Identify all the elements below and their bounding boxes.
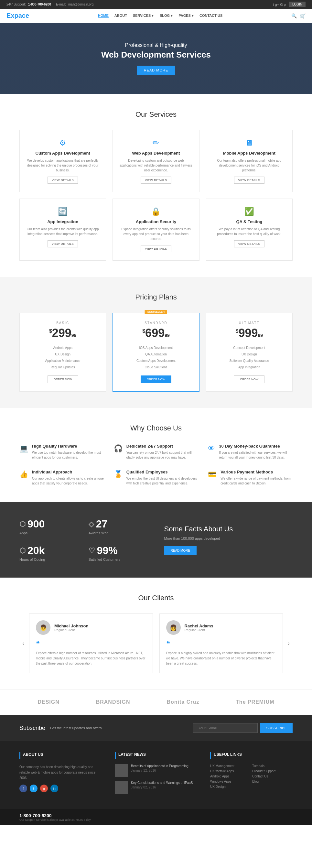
login-button[interactable]: LOGIN — [289, 2, 306, 7]
search-icon[interactable]: 🔍 — [291, 13, 297, 19]
why-grid: 💻 High Quality Hardware We use top-notch… — [20, 444, 292, 486]
service-icon-2: 🖥 — [213, 138, 286, 148]
partner-logo-0: DESIGN — [37, 699, 59, 705]
pricing-tier-2: ULTIMATE — [213, 321, 286, 325]
client-name-0: Michael Johnson — [54, 623, 88, 628]
service-name-3: App Integration — [26, 219, 99, 224]
twitter-icon[interactable]: t — [30, 784, 37, 792]
why-item-1: 🎧 Dedicated 24/7 Support You can rely on… — [114, 444, 198, 460]
service-view-btn-5[interactable]: VIEW DETAILS — [234, 240, 264, 247]
quote-icon-0: ❝ — [36, 640, 146, 648]
nav-services[interactable]: SERVICES ▾ — [133, 13, 154, 18]
footer-news-col: LATEST NEWS Benefits of Appsinahost in P… — [115, 752, 197, 798]
footer-about-col: ABOUT US Our company has been developing… — [20, 752, 102, 798]
hero-subtitle: Professional & High-quality — [125, 42, 187, 48]
service-icon-1: ✏ — [119, 138, 192, 148]
clients-next-button[interactable]: › — [285, 637, 292, 650]
service-view-btn-4[interactable]: VIEW DETAILS — [141, 245, 171, 252]
service-desc-0: We develop custom applications that are … — [26, 158, 99, 173]
news-title-1[interactable]: Key Considerations and Warnings of iPaaS — [131, 781, 193, 784]
why-desc-1: You can rely on our 24/7 bold support th… — [126, 450, 198, 460]
why-desc-2: If you are not satisfied with our servic… — [219, 450, 292, 460]
service-view-btn-1[interactable]: VIEW DETAILS — [141, 177, 171, 184]
pricing-tier-1: STANDARD — [119, 321, 192, 325]
pricing-price-0: $29999 — [26, 326, 99, 340]
nav-pages[interactable]: PAGES ▾ — [179, 13, 194, 18]
fact-icon-3: ♡ — [89, 547, 95, 555]
footer-links-col-0: UX ManagementUX/Metalic AppsAndroid Apps… — [210, 764, 251, 790]
hero-cta-button[interactable]: READ MORE — [137, 66, 176, 75]
client-text-0: Expace offers a high number of resources… — [36, 651, 146, 666]
footer-link-item[interactable]: UX/Metalic Apps — [210, 769, 251, 773]
why-desc-4: We employ the best UI designers and deve… — [126, 476, 198, 486]
why-item-3: 👍 Individual Approach Our approach to cl… — [20, 470, 104, 486]
news-thumb-1 — [115, 781, 128, 794]
facebook-icon[interactable]: f — [20, 784, 27, 792]
pricing-features-1: iOS Apps DevelopmentQA AutomationCustom … — [119, 345, 192, 371]
service-icon-3: 🔄 — [26, 207, 99, 216]
why-title-4: Qualified Employees — [126, 470, 198, 474]
facts-section: ⬡ 900 Apps ◇ 27 Awards Won ⬡ 20k Hours o… — [0, 502, 312, 578]
footer-links-col-1: TutorialsProduct SupportContact UsBlog — [252, 764, 292, 790]
service-desc-3: Our team also provides the clients with … — [26, 227, 99, 237]
nav-contact[interactable]: CONTACT US — [199, 13, 222, 18]
client-card-0: 👨 Michael Johnson Regular Client ❝ Expac… — [29, 614, 153, 673]
footer-main: ABOUT US Our company has been developing… — [0, 741, 312, 809]
nav-actions: 🔍 🛒 — [291, 13, 306, 19]
why-item-0: 💻 High Quality Hardware We use top-notch… — [20, 444, 104, 460]
footer-phone-sub: Our Support Service is always available … — [20, 818, 91, 822]
logo[interactable]: Expace — [6, 12, 29, 20]
client-avatar-1: 👩 — [166, 620, 181, 635]
linkedin-icon[interactable]: in — [51, 784, 58, 792]
service-view-btn-3[interactable]: VIEW DETAILS — [48, 240, 78, 247]
subscribe-button[interactable]: SUBSCRIBE — [260, 723, 292, 733]
facts-cta-button[interactable]: READ MORE — [164, 546, 197, 555]
fact-item-2: ⬡ 20k Hours of Coding — [20, 545, 79, 561]
clients-section: Our Clients ‹ 👨 Michael Johnson Regular … — [0, 578, 312, 689]
why-title-3: Individual Approach — [32, 470, 104, 474]
footer-link-item[interactable]: Android Apps — [210, 775, 251, 778]
why-icon-3: 👍 — [20, 470, 28, 478]
cart-icon[interactable]: 🛒 — [300, 13, 306, 19]
footer-link-item[interactable]: Windows Apps — [210, 780, 251, 783]
why-title-0: High Quality Hardware — [32, 444, 104, 448]
service-desc-1: Developing custom and outsource web appl… — [119, 158, 192, 173]
footer-link-item[interactable]: Product Support — [252, 769, 292, 773]
news-thumb-0 — [115, 764, 128, 777]
pricing-features-0: Android AppsUX DesignApplication Mainten… — [26, 345, 99, 371]
subscribe-email-input[interactable] — [193, 723, 258, 733]
nav-blog[interactable]: BLOG ▾ — [159, 13, 173, 18]
why-icon-4: 🏅 — [114, 470, 123, 478]
service-name-5: QA & Testing — [213, 219, 286, 224]
subscribe-header: Subscribe Get the latest updates and off… — [20, 725, 101, 732]
nav-about[interactable]: ABOUT — [115, 13, 127, 18]
why-icon-5: 💳 — [208, 470, 217, 478]
fact-item-3: ♡ 99% Satisfied Customers — [89, 545, 148, 561]
news-title-0[interactable]: Benefits of Appsinahost in Programming — [131, 764, 188, 768]
clients-wrapper: ‹ 👨 Michael Johnson Regular Client ❝ Exp… — [20, 614, 292, 673]
client-avatar-0: 👨 — [36, 620, 51, 635]
order-btn-1[interactable]: ORDER NOW — [141, 375, 171, 383]
footer-links-title: USEFUL LINKS — [210, 752, 292, 760]
footer-link-item[interactable]: UX Management — [210, 764, 251, 768]
service-desc-2: Our team also offers professional mobile… — [213, 158, 286, 173]
order-btn-0[interactable]: ORDER NOW — [48, 375, 78, 383]
services-grid: ⚙ Custom Apps Development We develop cus… — [20, 130, 292, 261]
service-view-btn-0[interactable]: VIEW DETAILS — [48, 177, 78, 184]
order-btn-2[interactable]: ORDER NOW — [234, 375, 264, 383]
footer-link-item[interactable]: UX Design — [210, 785, 251, 788]
clients-prev-button[interactable]: ‹ — [20, 637, 27, 650]
fact-icon-2: ⬡ — [20, 547, 26, 555]
social-icons: t g+ G p — [273, 3, 285, 6]
footer-link-item[interactable]: Tutorials — [252, 764, 292, 768]
service-name-1: Web Apps Development — [119, 151, 192, 156]
fact-icon-0: ⬡ — [20, 520, 26, 528]
pricing-price-1: $69999 — [119, 326, 192, 340]
footer-link-item[interactable]: Blog — [252, 780, 292, 783]
footer-about-title: ABOUT US — [20, 752, 102, 760]
nav-links: HOME ABOUT SERVICES ▾ BLOG ▾ PAGES ▾ CON… — [98, 13, 223, 18]
service-view-btn-2[interactable]: VIEW DETAILS — [234, 177, 264, 184]
googleplus-icon[interactable]: g — [40, 784, 48, 792]
footer-link-item[interactable]: Contact Us — [252, 775, 292, 778]
nav-home[interactable]: HOME — [98, 13, 108, 18]
